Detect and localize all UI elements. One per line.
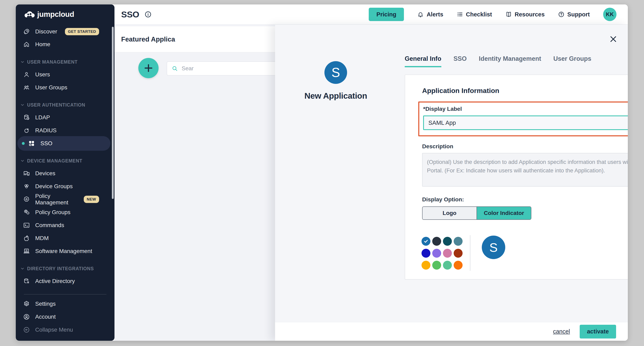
sidebar-item-sso[interactable]: SSO [18, 136, 110, 151]
policy-groups-icon [23, 209, 30, 216]
pricing-button[interactable]: Pricing [369, 8, 404, 21]
resources-button[interactable]: Resources [506, 11, 545, 18]
section-directory-integrations[interactable]: DIRECTORY INTEGRATIONS [20, 264, 111, 273]
home-icon [23, 41, 30, 48]
close-icon [609, 35, 618, 44]
sidebar-item-device-groups[interactable]: Device Groups [23, 181, 111, 192]
sidebar-item-label: RADIUS [35, 127, 57, 134]
sidebar-item-policy-groups[interactable]: Policy Groups [23, 207, 111, 218]
sidebar-item-label: MDM [35, 235, 49, 241]
check-icon [423, 239, 428, 244]
sidebar-item-account[interactable]: Account [23, 311, 111, 322]
sidebar-item-devices[interactable]: Devices [23, 168, 111, 179]
color-swatch[interactable] [422, 249, 430, 258]
color-swatch[interactable] [443, 237, 452, 246]
color-swatch[interactable] [454, 237, 462, 246]
color-swatch[interactable] [443, 249, 452, 258]
modal-tabs: General Info SSO Identity Management Use… [405, 55, 591, 67]
sidebar-item-discover[interactable]: Discover GET STARTED [23, 26, 111, 37]
app-header: SSO Pricing Alerts Checklist Resources [114, 5, 628, 25]
color-swatch[interactable] [432, 237, 441, 246]
color-swatch[interactable] [432, 249, 441, 258]
tab-general-info[interactable]: General Info [405, 55, 441, 67]
display-label-highlight: *Display Label [418, 101, 628, 136]
alerts-button[interactable]: Alerts [417, 11, 443, 18]
color-swatch[interactable] [454, 261, 462, 270]
sidebar-item-label: Policy Groups [35, 209, 70, 216]
sidebar-item-software-management[interactable]: Software Management [23, 246, 111, 257]
user-icon [23, 71, 30, 78]
color-picker: S [422, 237, 628, 271]
sidebar-item-ldap[interactable]: LDAP [23, 112, 111, 123]
terminal-icon [23, 222, 30, 229]
sidebar-item-commands[interactable]: Commands [23, 220, 111, 231]
sidebar-item-home[interactable]: Home [23, 39, 111, 50]
checklist-icon [457, 11, 463, 18]
radar-icon [23, 127, 30, 134]
section-user-management[interactable]: USER MANAGEMENT [20, 58, 111, 66]
sidebar-item-label: User Groups [35, 84, 67, 91]
logo-option[interactable]: Logo [422, 207, 477, 219]
database-icon [23, 114, 30, 121]
sidebar-item-active-directory[interactable]: Active Directory [23, 275, 111, 287]
person-circle-icon [23, 313, 30, 320]
chevron-down-icon [20, 159, 25, 163]
sidebar-item-mdm[interactable]: MDM [23, 233, 111, 244]
checklist-button[interactable]: Checklist [457, 11, 492, 18]
chevron-down-icon [20, 60, 25, 64]
description-textarea[interactable] [422, 153, 628, 187]
vertical-divider [470, 235, 470, 271]
color-swatch[interactable] [432, 261, 441, 270]
application-identity: S New Application [275, 25, 396, 101]
add-application-button[interactable] [138, 58, 158, 78]
cancel-button[interactable]: cancel [553, 328, 570, 335]
book-icon [506, 11, 512, 18]
sidebar-item-label: Software Management [35, 248, 92, 254]
application-information-card: Application Information *Display Label D… [405, 75, 628, 280]
sidebar-item-user-groups[interactable]: User Groups [23, 82, 111, 93]
devices-icon [23, 170, 30, 177]
app-window: jumpcloud Discover GET STARTED Home USER… [16, 5, 628, 341]
display-option-label: Display Option: [422, 196, 628, 203]
sidebar-item-label: Device Groups [35, 183, 72, 190]
plus-icon [143, 63, 154, 73]
color-swatch[interactable] [454, 249, 462, 258]
color-swatch[interactable] [443, 261, 452, 270]
apple-icon [23, 235, 30, 242]
nav-label: Resources [515, 11, 545, 18]
tab-sso[interactable]: SSO [454, 55, 466, 67]
color-swatch[interactable] [422, 261, 430, 270]
jumpcloud-cloud-icon [24, 10, 35, 19]
support-button[interactable]: Support [558, 11, 590, 18]
tab-user-groups[interactable]: User Groups [554, 55, 592, 67]
description-label: Description [422, 143, 628, 150]
sidebar-item-settings[interactable]: Settings [23, 298, 111, 309]
sidebar-item-radius[interactable]: RADIUS [23, 125, 111, 136]
display-label-input[interactable] [423, 115, 628, 130]
sidebar-item-label: Collapse Menu [35, 326, 73, 333]
question-circle-icon [558, 11, 564, 18]
avatar[interactable]: KK [603, 8, 616, 21]
sidebar-scrollbar[interactable] [112, 27, 114, 199]
policy-icon [23, 196, 30, 203]
info-icon[interactable] [144, 11, 152, 18]
close-button[interactable] [609, 35, 618, 44]
tab-identity-management[interactable]: Identity Management [479, 55, 541, 67]
sidebar-item-policy-management[interactable]: Policy Management NEW [23, 194, 111, 205]
sidebar-divider [24, 294, 106, 294]
display-option-block: Display Option: Logo Color Indicator [422, 196, 628, 220]
search-icon [172, 65, 178, 72]
color-indicator-option[interactable]: Color Indicator [477, 207, 531, 219]
nav-label: Alerts [426, 11, 443, 18]
section-device-management[interactable]: DEVICE MANAGEMENT [20, 156, 111, 165]
new-application-modal: S New Application General Info SSO Ident… [275, 25, 628, 341]
color-swatch-selected[interactable] [422, 237, 430, 246]
section-title: USER AUTHENTICATION [27, 102, 85, 108]
section-user-authentication[interactable]: USER AUTHENTICATION [20, 100, 111, 109]
sidebar-item-users[interactable]: Users [23, 69, 111, 80]
activate-button[interactable]: activate [580, 325, 616, 338]
page-title: SSO [121, 10, 139, 20]
new-badge: NEW [84, 196, 99, 203]
sidebar-item-label: LDAP [35, 114, 50, 121]
sidebar-item-collapse-menu[interactable]: Collapse Menu [23, 324, 111, 335]
